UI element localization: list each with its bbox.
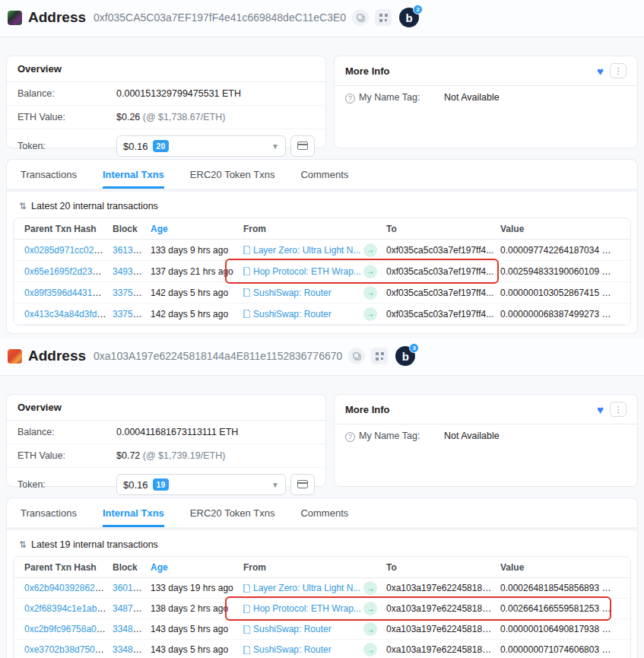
balance-value: 0.000411681673113111 ETH — [116, 427, 238, 437]
from-link[interactable]: SushiSwap: Router — [253, 624, 332, 634]
col-age-sort[interactable]: Age — [151, 224, 243, 234]
txn-hash-link[interactable]: 0x62b940392862325b16... — [24, 583, 113, 593]
copy-address-button[interactable] — [352, 9, 369, 26]
txn-hash-link[interactable]: 0x413c34a84d3fd4bfdea... — [24, 309, 113, 319]
tab-internal-txns[interactable]: Internal Txns — [103, 160, 164, 189]
help-icon: ? — [345, 432, 355, 442]
block-link[interactable]: 33484181 — [113, 624, 151, 634]
in-arrow-icon: → — [363, 643, 377, 656]
txn-hash-link[interactable]: 0x2f68394c1e1ab07d36... — [24, 603, 113, 614]
in-arrow-icon: → — [363, 307, 377, 321]
table-subtitle: ⇅ Latest 19 internal transactions — [13, 535, 631, 556]
tab-erc20-token-txns[interactable]: ERC20 Token Txns — [190, 160, 275, 189]
internal-txns-table: Parent Txn Hash Block Age From To Value … — [13, 556, 631, 658]
txn-hash-link[interactable]: 0xc2b9fc96758a05110f6... — [24, 624, 113, 634]
contract-icon — [243, 288, 250, 297]
eth-rate: (@ $1,738.67/ETH) — [143, 112, 226, 122]
eth-value-row: ETH Value: $0.72 (@ $1,739.19/ETH) — [7, 444, 325, 468]
block-link[interactable]: 36010437 — [113, 583, 151, 593]
txn-hash-link[interactable]: 0x65e1695f2d23df4816b... — [24, 266, 113, 277]
qr-code-button[interactable] — [375, 9, 392, 26]
tab-transactions[interactable]: Transactions — [21, 498, 77, 527]
more-options-button[interactable]: ⋮ — [610, 63, 627, 78]
address-header-bar: Address 0xf035CA5C03a7EF197fF4e41c669848… — [0, 0, 644, 37]
balance-label: Balance: — [17, 427, 116, 437]
col-value: Value — [500, 562, 620, 573]
more-options-button[interactable]: ⋮ — [610, 402, 627, 417]
in-arrow-icon: → — [363, 602, 377, 615]
token-row: Token: $0.16 20 ▼ — [7, 129, 325, 163]
eth-value-label: ETH Value: — [17, 450, 116, 461]
address-section-1: Address 0xf035CA5C03a7EF197fF4e41c669848… — [0, 0, 644, 334]
blockscan-badge[interactable]: b 3 — [395, 346, 415, 366]
token-holdings-button[interactable] — [290, 135, 315, 157]
table-row: 0x0285d971cc02be59da... 36134593 133 day… — [14, 240, 630, 261]
value-cell: 0.000097742264187034 ETH — [500, 245, 620, 256]
in-arrow-icon: → — [363, 581, 377, 595]
txn-hash-link[interactable]: 0x0285d971cc02be59da... — [24, 245, 113, 256]
from-link[interactable]: Hop Protocol: ETH Wrap... — [253, 266, 361, 277]
contract-icon — [243, 310, 250, 318]
tab-internal-txns[interactable]: Internal Txns — [103, 498, 164, 527]
age-cell: 133 days 9 hrs ago — [151, 245, 243, 256]
token-holdings-button[interactable] — [290, 474, 315, 495]
blockscan-badge[interactable]: b 2 — [399, 8, 419, 27]
from-link[interactable]: Layer Zero: Ultra Light N... — [253, 583, 360, 593]
value-cell: 0.000000068387499273 ETH — [500, 309, 620, 319]
col-to: To — [386, 562, 500, 573]
name-tag-label: ?My Name Tag: — [345, 92, 444, 103]
to-cell: 0xf035ca5c03a7ef197ff4... — [386, 245, 500, 256]
tab-transactions[interactable]: Transactions — [21, 160, 77, 189]
token-count-badge: 20 — [153, 140, 170, 152]
table-row: 0x89f3596d44314f1d922... 33755918 142 da… — [14, 282, 630, 304]
token-total-value: $0.16 — [123, 141, 148, 152]
contract-icon — [243, 246, 250, 254]
eth-value: $0.72 (@ $1,739.19/ETH) — [116, 450, 225, 461]
copy-address-button[interactable] — [348, 348, 365, 364]
txn-hash-link[interactable]: 0xe3702b38d75029c881... — [24, 644, 113, 655]
from-link[interactable]: SushiSwap: Router — [253, 309, 332, 319]
chevron-down-icon: ▼ — [271, 142, 279, 151]
overview-card: Overview Balance: 0.000151329799475531 E… — [6, 56, 326, 148]
copy-icon — [357, 14, 365, 22]
table-header-row: Parent Txn Hash Block Age From To Value — [14, 557, 630, 578]
tab-comments[interactable]: Comments — [300, 160, 348, 189]
favorite-heart-icon[interactable]: ♥ — [597, 65, 604, 77]
txn-hash-link[interactable]: 0x89f3596d44314f1d922... — [24, 288, 113, 298]
chevron-down-icon: ▼ — [271, 481, 279, 489]
from-link[interactable]: Layer Zero: Ultra Light N... — [253, 245, 360, 256]
block-link[interactable]: 33755913 — [113, 309, 151, 319]
block-link[interactable]: 33755918 — [113, 288, 151, 298]
block-link[interactable]: 34879870 — [113, 603, 151, 614]
col-block: Block — [113, 562, 151, 573]
in-arrow-icon: → — [363, 286, 377, 300]
table-header-row: Parent Txn Hash Block Age From To Value — [14, 218, 630, 240]
qr-code-icon — [376, 352, 384, 361]
block-link[interactable]: 33484169 — [113, 644, 151, 655]
from-link[interactable]: Hop Protocol: ETH Wrap... — [253, 603, 361, 614]
block-link[interactable]: 36134593 — [113, 245, 151, 256]
wallet-icon — [297, 141, 308, 152]
token-dropdown[interactable]: $0.16 20 ▼ — [116, 135, 286, 157]
col-block: Block — [113, 224, 151, 234]
page-title: Address — [28, 9, 86, 26]
from-link[interactable]: SushiSwap: Router — [253, 644, 332, 655]
token-dropdown[interactable]: $0.16 19 ▼ — [116, 474, 286, 495]
value-cell: 0.002664166559581253 ETH — [500, 603, 620, 614]
col-age-sort[interactable]: Age — [151, 562, 243, 573]
qr-code-button[interactable] — [371, 348, 388, 364]
address-header-bar: Address 0xa103A197e62245818144a4E811e115… — [0, 339, 644, 376]
favorite-heart-icon[interactable]: ♥ — [597, 404, 604, 415]
etherscan-page: Address 0xf035CA5C03a7EF197fF4e41c669848… — [0, 0, 644, 658]
tab-comments[interactable]: Comments — [300, 498, 348, 527]
tab-erc20-token-txns[interactable]: ERC20 Token Txns — [190, 498, 275, 527]
sort-icon: ⇅ — [19, 539, 27, 550]
to-cell: 0xa103a197e622458181... — [386, 603, 500, 614]
table-subtitle: ⇅ Latest 20 internal transactions — [13, 196, 631, 218]
to-cell: 0xf035ca5c03a7ef197ff4... — [386, 266, 500, 277]
block-link[interactable]: 34935791 — [113, 266, 151, 277]
token-row: Token: $0.16 19 ▼ — [7, 468, 325, 501]
from-link[interactable]: SushiSwap: Router — [253, 288, 332, 298]
eth-value: $0.26 (@ $1,738.67/ETH) — [116, 112, 225, 122]
name-tag-value: Not Available — [444, 92, 500, 103]
